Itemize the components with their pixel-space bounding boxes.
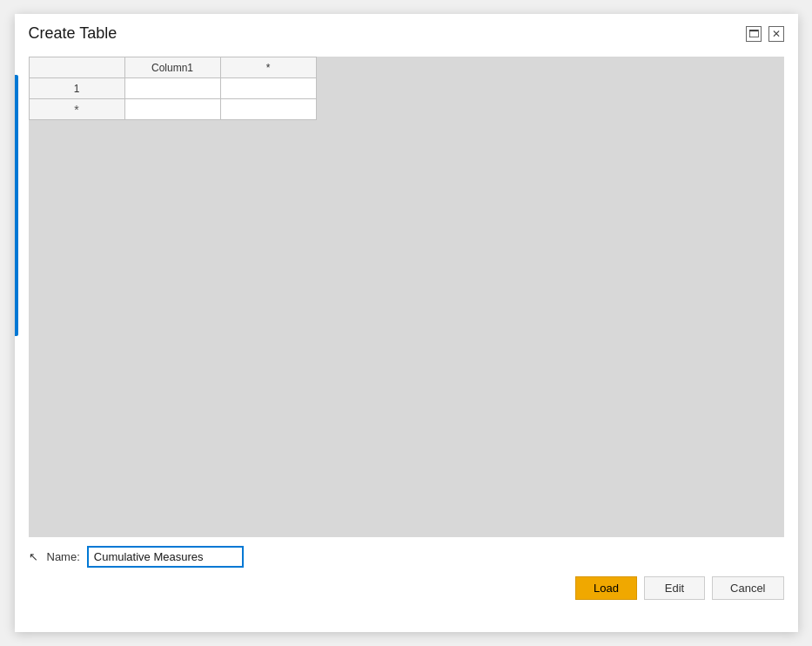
dialog-title: Create Table [29,24,117,43]
cancel-button[interactable]: Cancel [712,576,783,600]
row1-col2-cell[interactable] [220,78,316,99]
maximize-icon: 🗖 [748,28,759,40]
rowAdd-col1-cell[interactable] [124,99,220,120]
bottom-section: ↖ Name: Load Edit Cancel [29,537,784,609]
row-add-marker: * [29,99,124,120]
title-bar: Create Table 🗖 ✕ [15,14,798,50]
close-icon: ✕ [772,28,781,40]
create-table-dialog: Create Table 🗖 ✕ Column1 * [15,14,798,632]
rowAdd-col2-cell[interactable] [220,99,316,120]
maximize-button[interactable]: 🗖 [746,26,762,42]
left-accent-bar [15,75,18,336]
add-column-header[interactable]: * [220,57,316,78]
column1-header[interactable]: Column1 [124,57,220,78]
row-header-cell [29,57,124,78]
close-button[interactable]: ✕ [768,26,784,42]
row-number-1: 1 [29,78,124,99]
edit-button[interactable]: Edit [644,576,705,600]
row1-col1-cell[interactable] [124,78,220,99]
table-row: 1 [29,78,316,99]
content-area: Column1 * 1 * [15,50,798,616]
name-label: Name: [47,550,80,563]
name-row: ↖ Name: [29,546,784,568]
table-container: Column1 * 1 * [29,57,784,537]
data-table: Column1 * 1 * [29,57,317,120]
buttons-row: Load Edit Cancel [29,576,784,603]
cursor-indicator: ↖ [29,550,38,563]
load-button[interactable]: Load [575,576,637,600]
table-row-add: * [29,99,316,120]
window-controls: 🗖 ✕ [746,26,784,42]
name-input[interactable] [87,546,244,568]
